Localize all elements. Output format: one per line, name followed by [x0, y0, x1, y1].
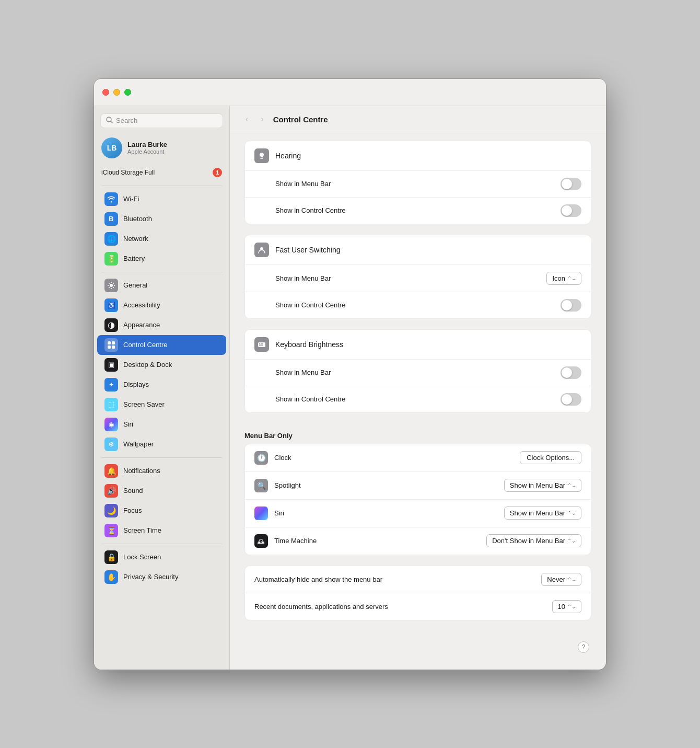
siri-dropdown[interactable]: Show in Menu Bar ⌃⌄: [504, 507, 581, 520]
control-centre-label: Control Centre: [123, 341, 168, 349]
clock-options-button[interactable]: Clock Options...: [520, 451, 581, 464]
sidebar-item-sound[interactable]: 🔊 Sound: [97, 481, 226, 501]
sidebar-item-siri[interactable]: ◉ Siri: [97, 415, 226, 434]
recent-docs-row: Recent documents, applications and serve…: [245, 593, 591, 620]
sidebar-item-bluetooth[interactable]: B Bluetooth: [97, 209, 226, 229]
sound-label: Sound: [123, 487, 143, 494]
kb-show-menu-bar-toggle[interactable]: [561, 366, 581, 379]
search-placeholder: Search: [116, 117, 137, 124]
battery-icon: 🔋: [104, 252, 118, 266]
sidebar-item-displays[interactable]: ✦ Displays: [97, 375, 226, 395]
screen-time-label: Screen Time: [123, 526, 161, 534]
sidebar-item-control-centre[interactable]: Control Centre: [97, 335, 226, 355]
network-icon: 🌐: [104, 232, 118, 246]
sidebar-item-screen-time[interactable]: ⏳ Screen Time: [97, 521, 226, 540]
time-machine-row-inner: 🕰 Time Machine: [254, 534, 317, 548]
fus-menu-bar-value: Icon: [552, 274, 565, 282]
svg-rect-3: [108, 341, 111, 344]
back-button[interactable]: ‹: [242, 112, 251, 126]
kb-show-menu-bar-row: Show in Menu Bar: [245, 360, 591, 386]
keyboard-brightness-title: Keyboard Brightness: [275, 340, 343, 349]
sidebar-item-accessibility[interactable]: ♿ Accessibility: [97, 295, 226, 315]
help-button[interactable]: ?: [578, 641, 589, 653]
traffic-lights: [102, 89, 131, 96]
spotlight-row-inner: 🔍 Spotlight: [254, 479, 301, 492]
hearing-show-menu-bar-label: Show in Menu Bar: [275, 180, 331, 188]
fast-user-switching-title: Fast User Switching: [275, 246, 340, 254]
accessibility-label: Accessibility: [123, 301, 160, 309]
avatar: LB: [101, 137, 122, 158]
svg-line-1: [111, 121, 113, 123]
spotlight-icon: 🔍: [254, 479, 268, 492]
sidebar-item-lock-screen[interactable]: 🔒 Lock Screen: [97, 547, 226, 567]
bluetooth-icon: B: [104, 212, 118, 226]
keyboard-brightness-header: Keyboard Brightness: [245, 330, 591, 360]
time-machine-label: Time Machine: [274, 537, 317, 545]
hearing-show-control-centre-toggle[interactable]: [561, 204, 581, 217]
auto-hide-label: Automatically hide and show the menu bar: [254, 576, 382, 583]
main-header: ‹ › Control Centre: [230, 106, 606, 133]
svg-rect-5: [108, 346, 111, 349]
time-machine-row: 🕰 Time Machine Don't Show in Menu Bar ⌃⌄: [245, 527, 591, 555]
spotlight-row: 🔍 Spotlight Show in Menu Bar ⌃⌄: [245, 472, 591, 500]
displays-label: Displays: [123, 381, 149, 388]
sidebar-item-general[interactable]: General: [97, 275, 226, 295]
fus-show-menu-bar-label: Show in Menu Bar: [275, 274, 331, 282]
accessibility-icon: ♿: [104, 298, 118, 312]
sidebar-item-appearance[interactable]: ◑ Appearance: [97, 315, 226, 335]
recent-docs-value: 10: [558, 603, 565, 611]
sidebar: Search LB Laura Burke Apple Account iClo…: [94, 106, 230, 670]
screen-saver-icon: ⬚: [104, 398, 118, 411]
spotlight-dropdown[interactable]: Show in Menu Bar ⌃⌄: [504, 479, 581, 492]
sidebar-item-wifi[interactable]: Wi-Fi: [97, 189, 226, 209]
recent-docs-dropdown[interactable]: 10 ⌃⌄: [552, 600, 581, 613]
auto-hide-dropdown[interactable]: Never ⌃⌄: [541, 573, 581, 586]
general-icon: [104, 279, 118, 292]
spotlight-value: Show in Menu Bar: [510, 481, 565, 489]
user-section[interactable]: LB Laura Burke Apple Account: [94, 133, 229, 165]
privacy-security-label: Privacy & Security: [123, 573, 178, 581]
spotlight-chevron-icon: ⌃⌄: [567, 482, 576, 488]
search-bar[interactable]: Search: [100, 113, 223, 128]
system-preferences-window: Search LB Laura Burke Apple Account iClo…: [94, 79, 606, 670]
siri-menu-bar-label: Siri: [274, 509, 284, 517]
sidebar-item-privacy-security[interactable]: ✋ Privacy & Security: [97, 567, 226, 587]
svg-rect-9: [259, 343, 260, 344]
clock-row-inner: 🕐 Clock: [254, 451, 291, 465]
sidebar-item-wallpaper[interactable]: ❄ Wallpaper: [97, 434, 226, 454]
hearing-show-menu-bar-toggle[interactable]: [561, 178, 581, 190]
forward-button[interactable]: ›: [258, 112, 266, 126]
fus-chevron-icon: ⌃⌄: [567, 275, 576, 281]
sidebar-item-focus[interactable]: 🌙 Focus: [97, 501, 226, 521]
minimize-button[interactable]: [113, 89, 120, 96]
kb-show-control-centre-toggle[interactable]: [561, 393, 581, 406]
fus-show-menu-bar-dropdown[interactable]: Icon ⌃⌄: [546, 272, 581, 285]
time-machine-dropdown[interactable]: Don't Show in Menu Bar ⌃⌄: [486, 534, 581, 547]
sidebar-item-notifications[interactable]: 🔔 Notifications: [97, 461, 226, 481]
maximize-button[interactable]: [124, 89, 131, 96]
divider-1: [101, 186, 222, 186]
privacy-security-icon: ✋: [104, 570, 118, 584]
sidebar-item-screen-saver[interactable]: ⬚ Screen Saver: [97, 395, 226, 415]
bluetooth-label: Bluetooth: [123, 215, 152, 223]
clock-options-label: Clock Options...: [527, 454, 575, 462]
sidebar-item-desktop-dock[interactable]: ▣ Desktop & Dock: [97, 355, 226, 375]
sidebar-item-network[interactable]: 🌐 Network: [97, 229, 226, 249]
wifi-icon: [104, 192, 118, 206]
time-machine-value: Don't Show in Menu Bar: [492, 537, 565, 545]
fus-show-control-centre-toggle[interactable]: [561, 299, 581, 312]
sidebar-item-battery[interactable]: 🔋 Battery: [97, 249, 226, 269]
close-button[interactable]: [102, 89, 109, 96]
icloud-label: iCloud Storage Full: [101, 169, 155, 176]
hearing-show-control-centre-label: Show in Control Centre: [275, 206, 345, 214]
siri-chevron-icon: ⌃⌄: [567, 510, 576, 516]
fus-show-menu-bar-row: Show in Menu Bar Icon ⌃⌄: [245, 265, 591, 292]
keyboard-brightness-group: Keyboard Brightness Show in Menu Bar Sho…: [244, 329, 591, 413]
hearing-title: Hearing: [275, 152, 301, 160]
hearing-group: Hearing Show in Menu Bar Show in Control…: [244, 141, 591, 224]
siri-icon: ◉: [104, 418, 118, 431]
notifications-label: Notifications: [123, 467, 160, 475]
icloud-row[interactable]: iCloud Storage Full 1: [94, 165, 229, 182]
user-subtitle: Apple Account: [127, 148, 167, 155]
control-centre-icon: [104, 338, 118, 352]
